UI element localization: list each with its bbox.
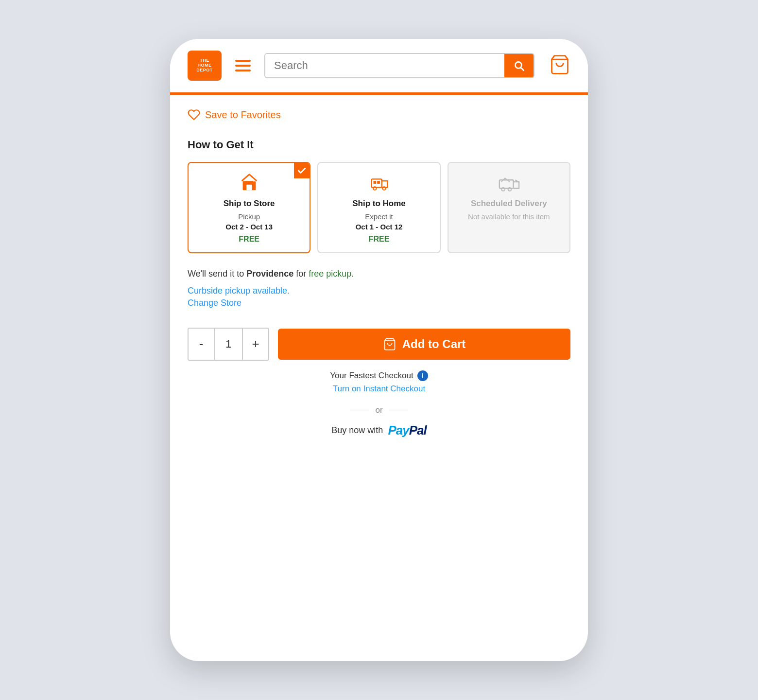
pickup-location-info: We'll send it to Providence for free pic… [188,267,570,281]
search-icon [513,59,525,72]
add-to-cart-button[interactable]: Add to Cart [278,329,570,360]
hamburger-menu-button[interactable] [231,56,255,75]
checkout-info: Your Fastest Checkout i Turn on Instant … [188,370,570,394]
ship-to-store-icon [195,172,303,194]
svg-rect-3 [372,179,382,187]
curbside-pickup-link[interactable]: Curbside pickup available. [188,286,570,296]
cart-icon [549,54,570,75]
ship-to-home-price: FREE [325,235,432,244]
save-favorites-label: Save to Favorites [205,109,281,121]
ship-to-store-price: FREE [195,235,303,244]
fastest-checkout-label: Your Fastest Checkout [330,371,413,381]
or-text: or [375,405,382,415]
buy-now-text: Buy now with [331,425,383,436]
how-to-get-it-section: How to Get It [188,139,570,308]
delivery-options: Ship to Store Pickup Oct 2 - Oct 13 FREE [188,162,570,253]
fastest-checkout-row: Your Fastest Checkout i [188,370,570,381]
search-bar [264,53,534,78]
add-to-cart-label: Add to Cart [402,337,466,351]
ship-to-store-subtitle: Pickup [195,212,303,221]
quantity-increase-button[interactable]: + [243,329,268,360]
ship-to-home-dates: Oct 1 - Oct 12 [325,223,432,231]
search-button[interactable] [504,54,534,77]
cart-section: - 1 + Add to Cart [188,328,570,361]
cart-button[interactable] [549,54,570,77]
svg-rect-5 [377,181,380,184]
search-input[interactable] [265,54,504,77]
quantity-value: 1 [214,329,243,360]
scheduled-delivery-icon [455,172,563,194]
cart-add-icon [383,337,396,351]
ship-to-home-option[interactable]: Ship to Home Expect it Oct 1 - Oct 12 FR… [317,162,440,253]
scheduled-delivery-title: Scheduled Delivery [455,199,563,209]
svg-rect-4 [373,181,376,184]
header: THE HOME DEPOT [170,39,588,92]
ship-to-home-title: Ship to Home [325,199,432,209]
quantity-decrease-button[interactable]: - [189,329,214,360]
paypal-row[interactable]: Buy now with PayPal [188,423,570,438]
info-icon[interactable]: i [417,370,428,381]
ship-to-store-dates: Oct 2 - Oct 13 [195,223,303,231]
ship-to-store-title: Ship to Store [195,199,303,209]
quantity-control: - 1 + [188,328,269,361]
scheduled-delivery-option: Scheduled Delivery Not available for thi… [448,162,570,253]
paypal-logo: PayPal [388,423,426,438]
heart-icon [188,108,200,121]
home-depot-logo[interactable]: THE HOME DEPOT [188,51,222,81]
check-icon [297,166,306,175]
ship-to-home-icon [325,172,432,194]
instant-checkout-link[interactable]: Turn on Instant Checkout [333,384,425,393]
content-area: Save to Favorites How to Get It [170,95,588,661]
save-to-favorites-button[interactable]: Save to Favorites [188,108,570,121]
ship-to-home-subtitle: Expect it [325,212,432,221]
or-divider: or [188,405,570,415]
change-store-link[interactable]: Change Store [188,298,570,308]
scheduled-delivery-unavailable: Not available for this item [455,212,563,221]
ship-to-store-option[interactable]: Ship to Store Pickup Oct 2 - Oct 13 FREE [188,162,310,253]
section-title: How to Get It [188,139,570,151]
svg-rect-2 [246,185,252,191]
selected-checkmark [294,163,310,178]
phone-frame: THE HOME DEPOT [170,39,588,661]
